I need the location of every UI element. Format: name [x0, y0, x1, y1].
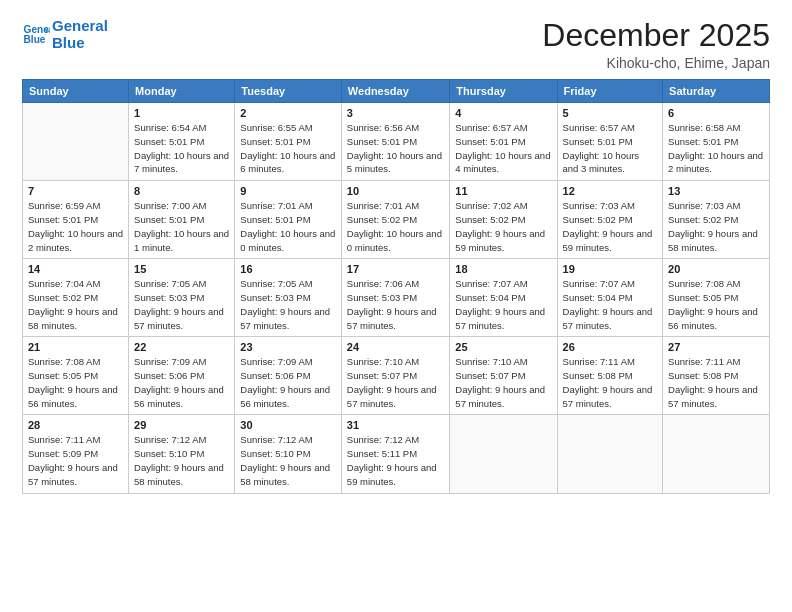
calendar-cell: 18Sunrise: 7:07 AMSunset: 5:04 PMDayligh… [450, 259, 557, 337]
day-detail: Sunrise: 7:00 AMSunset: 5:01 PMDaylight:… [134, 199, 229, 254]
day-detail: Sunrise: 7:10 AMSunset: 5:07 PMDaylight:… [347, 355, 445, 410]
day-detail: Sunrise: 7:03 AMSunset: 5:02 PMDaylight:… [668, 199, 764, 254]
logo: General Blue General Blue [22, 18, 108, 51]
calendar-week-row: 21Sunrise: 7:08 AMSunset: 5:05 PMDayligh… [23, 337, 770, 415]
calendar-cell [450, 415, 557, 493]
calendar-cell: 24Sunrise: 7:10 AMSunset: 5:07 PMDayligh… [341, 337, 450, 415]
day-detail: Sunrise: 7:07 AMSunset: 5:04 PMDaylight:… [455, 277, 551, 332]
calendar-week-row: 14Sunrise: 7:04 AMSunset: 5:02 PMDayligh… [23, 259, 770, 337]
calendar-cell: 14Sunrise: 7:04 AMSunset: 5:02 PMDayligh… [23, 259, 129, 337]
day-detail: Sunrise: 7:03 AMSunset: 5:02 PMDaylight:… [563, 199, 658, 254]
day-detail: Sunrise: 7:11 AMSunset: 5:08 PMDaylight:… [563, 355, 658, 410]
day-number: 17 [347, 263, 445, 275]
day-number: 3 [347, 107, 445, 119]
day-number: 31 [347, 419, 445, 431]
logo-line1: General [52, 17, 108, 34]
calendar-cell: 29Sunrise: 7:12 AMSunset: 5:10 PMDayligh… [129, 415, 235, 493]
day-detail: Sunrise: 7:12 AMSunset: 5:10 PMDaylight:… [240, 433, 336, 488]
day-detail: Sunrise: 7:12 AMSunset: 5:11 PMDaylight:… [347, 433, 445, 488]
day-detail: Sunrise: 6:56 AMSunset: 5:01 PMDaylight:… [347, 121, 445, 176]
calendar-cell [663, 415, 770, 493]
calendar-cell: 30Sunrise: 7:12 AMSunset: 5:10 PMDayligh… [235, 415, 342, 493]
day-detail: Sunrise: 7:05 AMSunset: 5:03 PMDaylight:… [240, 277, 336, 332]
day-detail: Sunrise: 7:02 AMSunset: 5:02 PMDaylight:… [455, 199, 551, 254]
day-number: 11 [455, 185, 551, 197]
day-detail: Sunrise: 7:07 AMSunset: 5:04 PMDaylight:… [563, 277, 658, 332]
day-number: 24 [347, 341, 445, 353]
calendar-cell: 19Sunrise: 7:07 AMSunset: 5:04 PMDayligh… [557, 259, 663, 337]
weekday-header-cell: Friday [557, 80, 663, 103]
day-detail: Sunrise: 7:01 AMSunset: 5:01 PMDaylight:… [240, 199, 336, 254]
day-number: 15 [134, 263, 229, 275]
calendar-week-row: 28Sunrise: 7:11 AMSunset: 5:09 PMDayligh… [23, 415, 770, 493]
day-number: 1 [134, 107, 229, 119]
header: General Blue General Blue December 2025 … [22, 18, 770, 71]
day-number: 27 [668, 341, 764, 353]
day-number: 5 [563, 107, 658, 119]
calendar-cell: 7Sunrise: 6:59 AMSunset: 5:01 PMDaylight… [23, 181, 129, 259]
day-detail: Sunrise: 7:09 AMSunset: 5:06 PMDaylight:… [240, 355, 336, 410]
calendar-cell: 21Sunrise: 7:08 AMSunset: 5:05 PMDayligh… [23, 337, 129, 415]
day-number: 19 [563, 263, 658, 275]
day-detail: Sunrise: 7:11 AMSunset: 5:08 PMDaylight:… [668, 355, 764, 410]
calendar-week-row: 1Sunrise: 6:54 AMSunset: 5:01 PMDaylight… [23, 103, 770, 181]
calendar-cell: 5Sunrise: 6:57 AMSunset: 5:01 PMDaylight… [557, 103, 663, 181]
weekday-header-cell: Sunday [23, 80, 129, 103]
calendar-cell: 10Sunrise: 7:01 AMSunset: 5:02 PMDayligh… [341, 181, 450, 259]
day-detail: Sunrise: 7:12 AMSunset: 5:10 PMDaylight:… [134, 433, 229, 488]
day-detail: Sunrise: 6:57 AMSunset: 5:01 PMDaylight:… [563, 121, 658, 176]
calendar-cell: 22Sunrise: 7:09 AMSunset: 5:06 PMDayligh… [129, 337, 235, 415]
weekday-header-cell: Tuesday [235, 80, 342, 103]
day-detail: Sunrise: 7:09 AMSunset: 5:06 PMDaylight:… [134, 355, 229, 410]
calendar-cell: 11Sunrise: 7:02 AMSunset: 5:02 PMDayligh… [450, 181, 557, 259]
logo-icon: General Blue [22, 21, 50, 49]
page: General Blue General Blue December 2025 … [0, 0, 792, 612]
day-number: 26 [563, 341, 658, 353]
calendar-week-row: 7Sunrise: 6:59 AMSunset: 5:01 PMDaylight… [23, 181, 770, 259]
day-number: 29 [134, 419, 229, 431]
day-detail: Sunrise: 7:06 AMSunset: 5:03 PMDaylight:… [347, 277, 445, 332]
weekday-header-cell: Monday [129, 80, 235, 103]
day-detail: Sunrise: 6:54 AMSunset: 5:01 PMDaylight:… [134, 121, 229, 176]
day-number: 9 [240, 185, 336, 197]
calendar-cell: 13Sunrise: 7:03 AMSunset: 5:02 PMDayligh… [663, 181, 770, 259]
calendar-cell: 6Sunrise: 6:58 AMSunset: 5:01 PMDaylight… [663, 103, 770, 181]
day-detail: Sunrise: 7:04 AMSunset: 5:02 PMDaylight:… [28, 277, 123, 332]
day-detail: Sunrise: 7:01 AMSunset: 5:02 PMDaylight:… [347, 199, 445, 254]
calendar-table: SundayMondayTuesdayWednesdayThursdayFrid… [22, 79, 770, 493]
calendar-cell: 4Sunrise: 6:57 AMSunset: 5:01 PMDaylight… [450, 103, 557, 181]
calendar-cell: 27Sunrise: 7:11 AMSunset: 5:08 PMDayligh… [663, 337, 770, 415]
day-number: 16 [240, 263, 336, 275]
day-detail: Sunrise: 7:08 AMSunset: 5:05 PMDaylight:… [668, 277, 764, 332]
calendar-cell: 12Sunrise: 7:03 AMSunset: 5:02 PMDayligh… [557, 181, 663, 259]
day-number: 10 [347, 185, 445, 197]
weekday-header-row: SundayMondayTuesdayWednesdayThursdayFrid… [23, 80, 770, 103]
day-detail: Sunrise: 7:08 AMSunset: 5:05 PMDaylight:… [28, 355, 123, 410]
weekday-header-cell: Saturday [663, 80, 770, 103]
weekday-header-cell: Wednesday [341, 80, 450, 103]
day-number: 8 [134, 185, 229, 197]
calendar-body: 1Sunrise: 6:54 AMSunset: 5:01 PMDaylight… [23, 103, 770, 493]
day-number: 20 [668, 263, 764, 275]
calendar-cell: 17Sunrise: 7:06 AMSunset: 5:03 PMDayligh… [341, 259, 450, 337]
day-number: 18 [455, 263, 551, 275]
calendar-cell: 23Sunrise: 7:09 AMSunset: 5:06 PMDayligh… [235, 337, 342, 415]
calendar-cell: 2Sunrise: 6:55 AMSunset: 5:01 PMDaylight… [235, 103, 342, 181]
day-number: 4 [455, 107, 551, 119]
day-number: 12 [563, 185, 658, 197]
calendar-cell: 1Sunrise: 6:54 AMSunset: 5:01 PMDaylight… [129, 103, 235, 181]
day-number: 13 [668, 185, 764, 197]
day-detail: Sunrise: 7:11 AMSunset: 5:09 PMDaylight:… [28, 433, 123, 488]
calendar-cell: 3Sunrise: 6:56 AMSunset: 5:01 PMDaylight… [341, 103, 450, 181]
calendar-cell: 9Sunrise: 7:01 AMSunset: 5:01 PMDaylight… [235, 181, 342, 259]
calendar-cell [23, 103, 129, 181]
day-detail: Sunrise: 6:55 AMSunset: 5:01 PMDaylight:… [240, 121, 336, 176]
day-detail: Sunrise: 6:57 AMSunset: 5:01 PMDaylight:… [455, 121, 551, 176]
calendar-cell: 25Sunrise: 7:10 AMSunset: 5:07 PMDayligh… [450, 337, 557, 415]
calendar-cell: 15Sunrise: 7:05 AMSunset: 5:03 PMDayligh… [129, 259, 235, 337]
calendar-cell: 26Sunrise: 7:11 AMSunset: 5:08 PMDayligh… [557, 337, 663, 415]
location: Kihoku-cho, Ehime, Japan [542, 55, 770, 71]
svg-text:Blue: Blue [24, 33, 46, 44]
day-number: 7 [28, 185, 123, 197]
calendar-cell: 31Sunrise: 7:12 AMSunset: 5:11 PMDayligh… [341, 415, 450, 493]
